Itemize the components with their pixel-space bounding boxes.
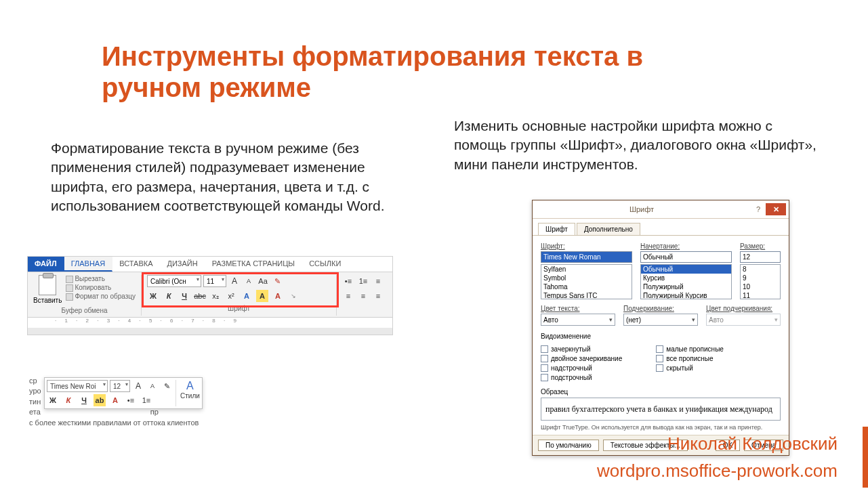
shrink-font-button[interactable]: A: [243, 275, 255, 287]
author-name: Николай Колдовский: [667, 433, 838, 454]
dialog-title: Шрифт: [533, 205, 751, 213]
mini-toolbar: Times New Roi 12 A A ✎ Ж К Ч ab A •≡ 1≡ …: [44, 377, 203, 409]
underline-color-select[interactable]: Авто: [706, 314, 781, 326]
footnote: Шрифт TrueType. Он используется для выво…: [541, 424, 781, 431]
label-style: Начертание:: [640, 242, 732, 250]
format-painter-button[interactable]: Формат по образцу: [66, 293, 136, 301]
accent-bar: [863, 427, 868, 488]
numbering-button[interactable]: 1≡: [357, 275, 369, 287]
bold-button[interactable]: Ж: [147, 290, 159, 302]
tab-design[interactable]: ДИЗАЙН: [160, 257, 205, 272]
align-right-button[interactable]: ≡: [372, 290, 384, 302]
doc-corner: [28, 328, 392, 335]
font-name-list[interactable]: Sylfaen Symbol Tahoma Tempus Sans ITC Ti…: [541, 264, 632, 299]
text-effects-button[interactable]: A: [241, 290, 253, 302]
tab-advanced[interactable]: Дополнительно: [577, 223, 640, 235]
tab-font[interactable]: Шрифт: [538, 223, 575, 235]
font-name-input[interactable]: Times New Roman: [541, 251, 632, 263]
mini-bold[interactable]: Ж: [47, 394, 59, 406]
mini-font-color[interactable]: A: [109, 394, 121, 406]
slide-title: Инструменты форматирования текста в ручн…: [102, 41, 711, 103]
label-underline: Подчеркивание:: [623, 305, 698, 312]
copy-button[interactable]: Копировать: [66, 284, 136, 292]
change-case-button[interactable]: Aa: [257, 275, 269, 287]
mini-styles-button[interactable]: A Стили: [175, 380, 200, 406]
bullets-button[interactable]: •≡: [342, 275, 354, 287]
font-dialog-launcher[interactable]: ↘: [287, 290, 299, 302]
align-center-button[interactable]: ≡: [357, 290, 369, 302]
left-paragraph: Форматирование текста в ручном режиме (б…: [51, 139, 403, 215]
multilevel-button[interactable]: ≡: [372, 275, 384, 287]
chk-double-strike[interactable]: двойное зачеркивание: [541, 355, 622, 362]
mini-format-painter[interactable]: ✎: [161, 380, 173, 392]
subscript-button[interactable]: x₂: [209, 290, 222, 302]
styles-icon: A: [186, 380, 194, 392]
tab-home[interactable]: ГЛАВНАЯ: [64, 257, 112, 272]
italic-button[interactable]: К: [163, 290, 175, 302]
paste-icon[interactable]: [39, 275, 56, 295]
default-button[interactable]: По умолчанию: [538, 440, 599, 451]
close-button[interactable]: ✕: [766, 203, 786, 215]
label-mods: Видоизменение: [541, 333, 781, 340]
site-url: wordpro.msoffice-prowork.com: [597, 461, 838, 482]
tab-file[interactable]: ФАЙЛ: [28, 257, 64, 272]
label-font: Шрифт:: [541, 242, 632, 250]
chk-hidden[interactable]: скрытый: [656, 364, 724, 372]
help-button[interactable]: ?: [751, 205, 766, 213]
cut-button[interactable]: Вырезать: [66, 275, 136, 283]
mini-font-name[interactable]: Times New Roi: [47, 380, 108, 392]
label-size: Размер:: [740, 242, 781, 250]
mini-bullets[interactable]: •≡: [125, 394, 137, 406]
chk-smallcaps[interactable]: малые прописные: [656, 345, 724, 353]
font-dialog: Шрифт ? ✕ Шрифт Дополнительно Шрифт: Tim…: [532, 200, 789, 456]
font-name-combo[interactable]: Calibri (Осн: [147, 275, 201, 287]
clear-formatting-button[interactable]: ✎: [271, 275, 283, 287]
label-color: Цвет текста:: [541, 305, 615, 312]
chk-superscript[interactable]: надстрочный: [541, 364, 622, 372]
mini-toolbar-area: ср о ус уро вов тин ниси ета: [27, 376, 298, 428]
ruler: · 1 · 2 · 3 · 4 · 5 · 6 · 7 · 8 · 9: [28, 317, 392, 328]
mini-grow-font[interactable]: A: [132, 380, 144, 392]
tab-layout[interactable]: РАЗМЕТКА СТРАНИЦЫ: [205, 257, 302, 272]
tab-references[interactable]: ССЫЛКИ: [302, 257, 348, 272]
label-sample: Образец: [541, 388, 781, 396]
strike-button[interactable]: abc: [194, 290, 206, 302]
right-paragraph: Изменить основные настройки шрифта можно…: [454, 116, 817, 174]
font-style-list[interactable]: Обычный Курсив Полужирный Полужирный Кур…: [640, 264, 732, 299]
mini-font-size[interactable]: 12: [110, 380, 130, 392]
font-size-input[interactable]: 12: [740, 251, 781, 263]
highlight-button[interactable]: A: [256, 290, 268, 302]
group-font-label: Шрифт: [228, 305, 250, 312]
grow-font-button[interactable]: A: [228, 275, 241, 287]
mini-highlight[interactable]: ab: [94, 394, 106, 406]
underline-button[interactable]: Ч: [178, 290, 190, 302]
chk-subscript[interactable]: подстрочный: [541, 374, 622, 381]
mini-underline[interactable]: Ч: [78, 394, 90, 406]
chk-strike[interactable]: зачеркнутый: [541, 345, 622, 353]
align-left-button[interactable]: ≡: [342, 290, 354, 302]
mini-italic[interactable]: К: [62, 394, 75, 406]
group-clipboard-label: Буфер обмена: [62, 307, 108, 314]
tab-insert[interactable]: ВСТАВКА: [112, 257, 160, 272]
underline-select[interactable]: (нет): [623, 314, 698, 326]
label-underline-color: Цвет подчеркивания:: [706, 305, 781, 312]
font-color-select[interactable]: Авто: [541, 314, 615, 326]
paste-button[interactable]: Вставить: [33, 297, 62, 304]
superscript-button[interactable]: x²: [225, 290, 237, 302]
font-size-combo[interactable]: 11: [203, 275, 226, 287]
font-size-list[interactable]: 8 9 10 11 12: [740, 264, 781, 299]
mini-numbering[interactable]: 1≡: [140, 394, 152, 406]
chk-allcaps[interactable]: все прописные: [656, 355, 724, 362]
sample-preview: правил бухгалтерского учета в банках и у…: [541, 398, 781, 421]
font-style-input[interactable]: Обычный: [640, 251, 732, 263]
font-color-button[interactable]: A: [272, 290, 284, 302]
mini-shrink-font[interactable]: A: [146, 380, 159, 392]
word-ribbon: ФАЙЛ ГЛАВНАЯ ВСТАВКА ДИЗАЙН РАЗМЕТКА СТР…: [27, 256, 393, 335]
